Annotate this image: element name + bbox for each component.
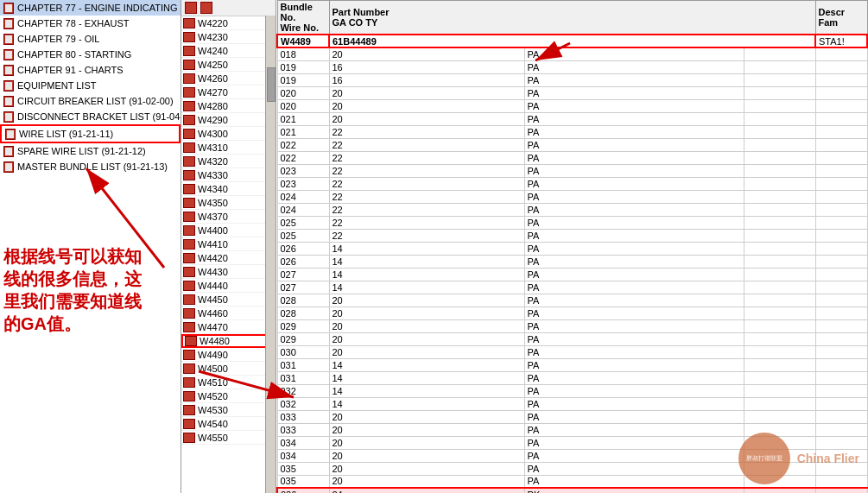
wire-label: W4440 bbox=[198, 281, 228, 291]
table-row: 02920PA bbox=[277, 332, 867, 345]
wire-item[interactable]: W4240 bbox=[181, 44, 276, 58]
wire-label: W4460 bbox=[198, 308, 228, 319]
sidebar-item-ch80[interactable]: CHAPTER 80 - STARTING bbox=[0, 47, 181, 62]
wire-label: W4370 bbox=[198, 212, 228, 222]
wire-item[interactable]: W4530 bbox=[181, 403, 276, 417]
wire-item[interactable]: W4310 bbox=[181, 141, 276, 155]
sidebar-item-label: WIRE LIST (91-21-11) bbox=[19, 127, 113, 141]
sidebar-item-spare[interactable]: SPARE WIRE LIST (91-21-12) bbox=[0, 143, 181, 159]
table-row: 02820PA bbox=[277, 294, 867, 307]
chapter-icon bbox=[2, 64, 16, 76]
wire-item[interactable]: W4330 bbox=[181, 168, 276, 182]
table-row: 03214PA bbox=[277, 384, 867, 397]
table-row: 01916PA bbox=[277, 73, 867, 86]
wire-item[interactable]: W4270 bbox=[181, 85, 276, 99]
sidebar-item-ch77[interactable]: CHAPTER 77 - ENGINE INDICATING bbox=[0, 0, 181, 16]
wire-item[interactable]: W4300 bbox=[181, 127, 276, 141]
sidebar-item-ch91[interactable]: CHAPTER 91 - CHARTS bbox=[0, 62, 181, 78]
chapter-icon bbox=[3, 128, 17, 140]
table-row: 02120PA bbox=[277, 112, 867, 125]
wire-item[interactable]: W4410 bbox=[181, 237, 276, 251]
col-desc-header: Descr Fam bbox=[815, 1, 867, 35]
wire-item[interactable]: W4550 bbox=[181, 431, 276, 445]
sidebar-item-label: CHAPTER 91 - CHARTS bbox=[17, 63, 124, 77]
table-row: 02522PA bbox=[277, 229, 867, 242]
sidebar-item-label: DISCONNECT BRACKET LIST (91-04-00) bbox=[17, 110, 181, 123]
bookmark-icon-right bbox=[200, 2, 212, 14]
table-row: 03020PA bbox=[277, 345, 867, 358]
wire-item[interactable]: W4350 bbox=[181, 196, 276, 210]
wire-label: W4270 bbox=[198, 87, 228, 98]
wire-item[interactable]: W4320 bbox=[181, 155, 276, 168]
part-header-top: Part Number bbox=[333, 7, 813, 17]
wire-label: W4280 bbox=[198, 101, 228, 111]
sidebar-item-label: CHAPTER 77 - ENGINE INDICATING bbox=[17, 1, 178, 15]
wire-icon bbox=[183, 239, 195, 250]
sidebar-item-label: CHAPTER 79 - OIL bbox=[17, 32, 99, 46]
wire-item[interactable]: W4420 bbox=[181, 251, 276, 265]
wire-item[interactable]: W4450 bbox=[181, 293, 276, 307]
sidebar-item-master[interactable]: MASTER BUNDLE LIST (91-21-13) bbox=[0, 159, 181, 174]
wire-item[interactable]: W4510 bbox=[181, 376, 276, 389]
wire-item[interactable]: W4500 bbox=[181, 362, 276, 376]
wire-label: W4340 bbox=[198, 184, 228, 194]
wire-item[interactable]: W4290 bbox=[181, 113, 276, 127]
table-row: 01820PA bbox=[277, 47, 867, 60]
wire-icon bbox=[183, 405, 195, 415]
wire-icon bbox=[183, 142, 195, 153]
sidebar-item-circuit[interactable]: CIRCUIT BREAKER LIST (91-02-00) bbox=[0, 93, 181, 109]
wire-label: W4220 bbox=[198, 18, 228, 28]
wire-item[interactable]: W4340 bbox=[181, 182, 276, 196]
wire-item[interactable]: W4220 bbox=[181, 16, 276, 30]
wire-icon bbox=[185, 336, 197, 346]
table-row: 02614PA bbox=[277, 255, 867, 268]
table-row: 02222PA bbox=[277, 151, 867, 164]
wire-icon bbox=[183, 281, 195, 291]
wire-item[interactable]: W4250 bbox=[181, 58, 276, 72]
wire-item[interactable]: W4470 bbox=[181, 320, 276, 334]
wire-label: W4500 bbox=[198, 363, 228, 374]
wire-item[interactable]: W4370 bbox=[181, 210, 276, 224]
wire-icon bbox=[183, 87, 195, 98]
wire-label: W4300 bbox=[198, 129, 228, 139]
wire-item[interactable]: W4280 bbox=[181, 99, 276, 113]
table-panel: Bundle No. Wire No. Part Number GA CO TY… bbox=[276, 0, 868, 493]
sidebar-item-label: EQUIPMENT LIST bbox=[17, 79, 96, 92]
wire-item[interactable]: W4460 bbox=[181, 307, 276, 320]
table-row: 03420PA bbox=[277, 449, 867, 462]
sidebar-item-disconnect[interactable]: DISCONNECT BRACKET LIST (91-04-00) bbox=[0, 109, 181, 124]
wire-item[interactable]: W4520 bbox=[181, 389, 276, 403]
table-row: 03320PA bbox=[277, 410, 867, 423]
wire-item-w4480[interactable]: W4480 bbox=[181, 334, 276, 348]
sidebar-item-equipment[interactable]: EQUIPMENT LIST bbox=[0, 78, 181, 93]
col-part-header: Part Number GA CO TY bbox=[329, 1, 815, 35]
wire-label: W4530 bbox=[198, 405, 228, 415]
scroll-thumb[interactable] bbox=[267, 67, 276, 102]
sidebar-item-ch79[interactable]: CHAPTER 79 - OIL bbox=[0, 31, 181, 47]
wire-list-container: W4220 W4230 W4240 W4250 W4260 W4270 W428… bbox=[181, 16, 276, 445]
wire-icon bbox=[183, 156, 195, 167]
wire-icon bbox=[183, 129, 195, 139]
wire-icon bbox=[183, 115, 195, 125]
wire-label: W4320 bbox=[198, 156, 228, 167]
wire-item[interactable]: W4490 bbox=[181, 348, 276, 362]
wire-icon bbox=[183, 253, 195, 263]
chapter-icon bbox=[2, 111, 16, 123]
wire-item[interactable]: W4400 bbox=[181, 224, 276, 237]
scrollbar[interactable] bbox=[265, 16, 276, 493]
wire-icon bbox=[183, 322, 195, 332]
wire-item[interactable]: W4440 bbox=[181, 279, 276, 293]
chapter-icon bbox=[2, 145, 16, 157]
chapter-icon bbox=[2, 17, 16, 29]
wire-item[interactable]: W4430 bbox=[181, 265, 276, 279]
wire-item[interactable]: W4260 bbox=[181, 72, 276, 85]
wire-item[interactable]: W4540 bbox=[181, 417, 276, 431]
wire-icon bbox=[183, 18, 195, 28]
sidebar-item-ch78[interactable]: CHAPTER 78 - EXHAUST bbox=[0, 16, 181, 31]
col-bundle-header: Bundle No. Wire No. bbox=[277, 1, 329, 35]
sidebar-item-label: CIRCUIT BREAKER LIST (91-02-00) bbox=[17, 94, 174, 108]
wire-item[interactable]: W4230 bbox=[181, 30, 276, 44]
sidebar-item-wirelist[interactable]: WIRE LIST (91-21-11) bbox=[0, 124, 181, 143]
wire-label: W4400 bbox=[198, 225, 228, 236]
sidebar-item-label: SPARE WIRE LIST (91-21-12) bbox=[17, 144, 146, 158]
